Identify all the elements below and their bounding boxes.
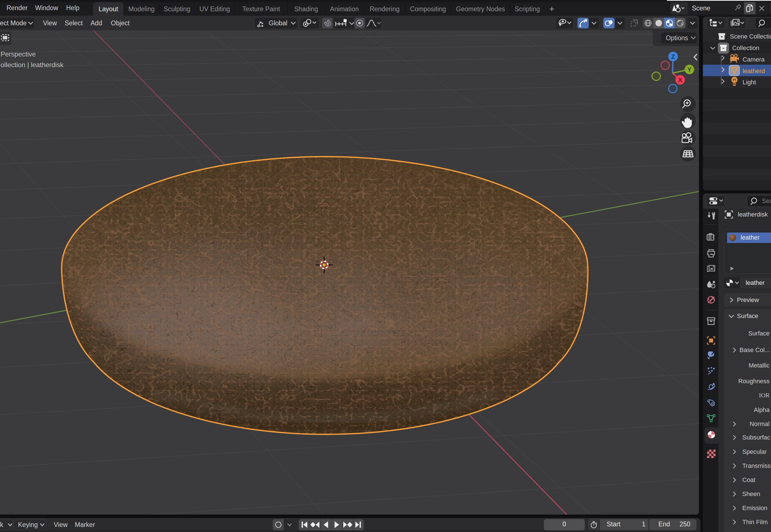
svg-text:Y: Y xyxy=(687,66,692,73)
svg-text:Z: Z xyxy=(671,53,675,60)
svg-text:X: X xyxy=(678,76,682,84)
